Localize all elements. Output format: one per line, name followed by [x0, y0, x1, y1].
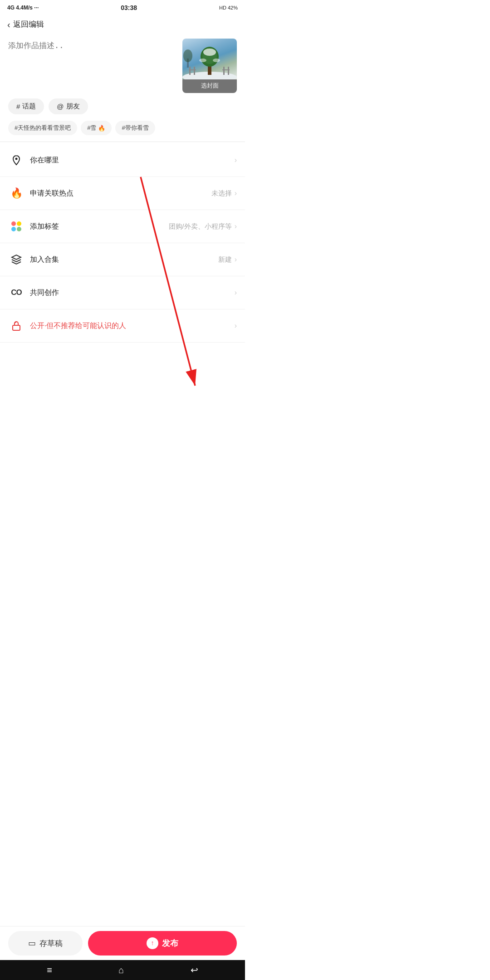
header: ‹ 返回编辑 — [0, 15, 245, 34]
snow-scene-svg — [182, 39, 237, 79]
fire-chip-icon: 🔥 — [98, 125, 105, 132]
chip-3-text: #带你看雪 — [122, 124, 148, 132]
svg-point-15 — [15, 158, 18, 160]
cover-label[interactable]: 选封面 — [182, 79, 237, 93]
collab-arrow: › — [235, 289, 237, 297]
svg-point-18 — [11, 227, 16, 231]
back-label: 返回编辑 — [13, 19, 44, 29]
svg-rect-12 — [222, 69, 230, 70]
collection-value: 新建 — [218, 255, 232, 264]
content-area: 选封面 — [0, 34, 245, 93]
chip-1[interactable]: #天怪热的看看雪景吧 — [8, 121, 77, 135]
tags-arrow: › — [235, 222, 237, 230]
pin-icon — [8, 152, 24, 168]
hotspot-value: 未选择 — [211, 189, 232, 198]
tags-label: 添加标签 — [30, 222, 169, 231]
tag-row: # 话题 @ 朋友 — [0, 93, 245, 118]
svg-point-5 — [199, 59, 206, 62]
collection-arrow: › — [235, 255, 237, 264]
back-arrow-icon: ‹ — [7, 20, 10, 29]
location-label: 你在哪里 — [30, 156, 235, 165]
svg-point-14 — [183, 49, 192, 62]
svg-point-6 — [213, 59, 220, 62]
menu-tags[interactable]: 添加标签 团购/外卖、小程序等 › — [0, 210, 245, 243]
topic-button[interactable]: # 话题 — [8, 98, 44, 114]
svg-point-16 — [11, 221, 16, 226]
menu-collection[interactable]: 加入合集 新建 › — [0, 243, 245, 276]
fire-icon: 🔥 — [8, 185, 24, 201]
at-icon: @ — [57, 103, 64, 110]
svg-point-17 — [17, 221, 21, 226]
svg-point-4 — [203, 49, 216, 56]
status-time: 03:38 — [121, 4, 137, 11]
layers-icon — [8, 251, 24, 268]
friend-label: 朋友 — [66, 102, 80, 111]
menu-collab[interactable]: CO 共同创作 › — [0, 276, 245, 309]
chip-2[interactable]: #雪 🔥 — [81, 121, 112, 135]
privacy-arrow: › — [235, 322, 237, 330]
chips-row: #天怪热的看看雪景吧 #雪 🔥 #带你看雪 — [0, 118, 245, 140]
hotspot-label: 申请关联热点 — [30, 189, 211, 198]
topic-label: 话题 — [22, 102, 36, 111]
page-wrapper: 4G 4.4M/s ··· 03:38 HD 42% ‹ 返回编辑 — [0, 0, 245, 392]
privacy-label: 公开·但不推荐给可能认识的人 — [30, 321, 235, 331]
back-button[interactable]: ‹ 返回编辑 — [7, 19, 44, 29]
collab-label: 共同创作 — [30, 288, 235, 298]
status-left: 4G 4.4M/s ··· — [7, 5, 39, 11]
menu-hotspot[interactable]: 🔥 申请关联热点 未选择 › — [0, 177, 245, 210]
co-icon: CO — [8, 284, 24, 301]
divider-1 — [0, 142, 245, 142]
svg-rect-7 — [189, 67, 191, 75]
menu-privacy[interactable]: 公开·但不推荐给可能认识的人 › — [0, 309, 245, 343]
svg-rect-10 — [228, 67, 229, 75]
hotspot-arrow: › — [235, 189, 237, 197]
chip-3[interactable]: #带你看雪 — [115, 121, 155, 135]
friend-button[interactable]: @ 朋友 — [49, 98, 88, 114]
description-input[interactable] — [8, 39, 176, 93]
chip-1-text: #天怪热的看看雪景吧 — [15, 124, 71, 132]
collection-label: 加入合集 — [30, 255, 218, 265]
menu-location[interactable]: 你在哪里 › — [0, 144, 245, 177]
tags-value: 团购/外卖、小程序等 — [169, 222, 232, 231]
svg-point-19 — [17, 227, 21, 231]
chip-2-text: #雪 — [87, 124, 96, 132]
cover-image — [182, 39, 237, 79]
dots-icon — [8, 218, 24, 235]
svg-rect-11 — [189, 69, 196, 70]
svg-rect-9 — [223, 67, 225, 75]
location-arrow: › — [235, 156, 237, 164]
lock-icon — [8, 318, 24, 334]
svg-rect-20 — [13, 325, 20, 330]
hash-icon: # — [16, 103, 20, 110]
svg-rect-8 — [194, 67, 195, 75]
cover-thumbnail[interactable]: 选封面 — [182, 39, 237, 93]
bottom-spacer — [0, 343, 245, 392]
status-right: HD 42% — [219, 5, 238, 10]
status-bar: 4G 4.4M/s ··· 03:38 HD 42% — [0, 0, 245, 15]
